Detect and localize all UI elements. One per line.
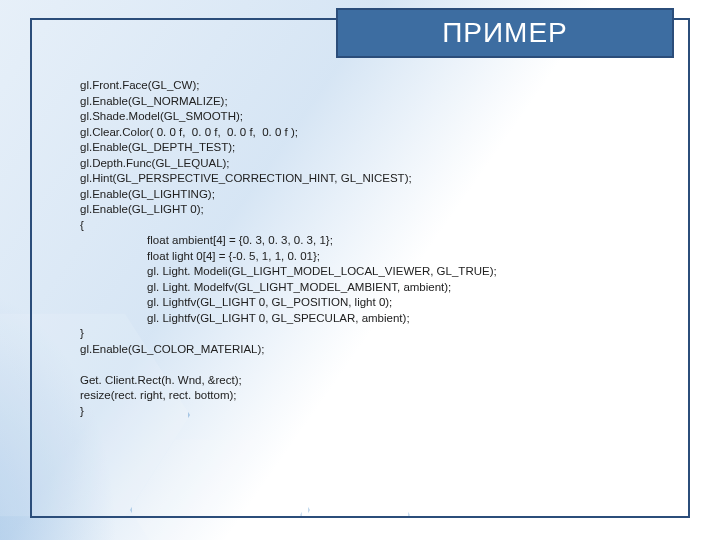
code-line: gl.Enable(GL_LIGHT 0);: [80, 203, 204, 215]
code-line: gl.Enable(GL_LIGHTING);: [80, 188, 215, 200]
code-line: gl.Shade.Model(GL_SMOOTH);: [80, 110, 243, 122]
code-line: gl.Enable(GL_NORMALIZE);: [80, 95, 228, 107]
code-line: gl.Depth.Func(GL_LEQUAL);: [80, 157, 230, 169]
code-line: gl. Light. Modeli(GL_LIGHT_MODEL_LOCAL_V…: [80, 265, 497, 277]
code-line: Get. Client.Rect(h. Wnd, &rect);: [80, 374, 242, 386]
code-line: gl.Enable(GL_DEPTH_TEST);: [80, 141, 235, 153]
code-line: }: [80, 405, 84, 417]
code-line: float light 0[4] = {-0. 5, 1, 1, 0. 01};: [80, 250, 320, 262]
code-line: gl.Front.Face(GL_CW);: [80, 79, 200, 91]
code-line: {: [80, 219, 84, 231]
code-block: gl.Front.Face(GL_CW); gl.Enable(GL_NORMA…: [80, 78, 660, 419]
code-line: gl. Lightfv(GL_LIGHT 0, GL_POSITION, lig…: [80, 296, 392, 308]
code-line: gl. Light. Modelfv(GL_LIGHT_MODEL_AMBIEN…: [80, 281, 451, 293]
code-line: resize(rect. right, rect. bottom);: [80, 389, 237, 401]
code-line: float ambient[4] = {0. 3, 0. 3, 0. 3, 1}…: [80, 234, 333, 246]
title-box: ПРИМЕР: [336, 8, 674, 58]
code-line: gl.Enable(GL_COLOR_MATERIAL);: [80, 343, 265, 355]
code-line: }: [80, 327, 84, 339]
code-line: gl.Hint(GL_PERSPECTIVE_CORRECTION_HINT, …: [80, 172, 412, 184]
code-line: gl.Clear.Color( 0. 0 f, 0. 0 f, 0. 0 f, …: [80, 126, 298, 138]
slide-title: ПРИМЕР: [442, 17, 568, 49]
code-line: gl. Lightfv(GL_LIGHT 0, GL_SPECULAR, amb…: [80, 312, 410, 324]
